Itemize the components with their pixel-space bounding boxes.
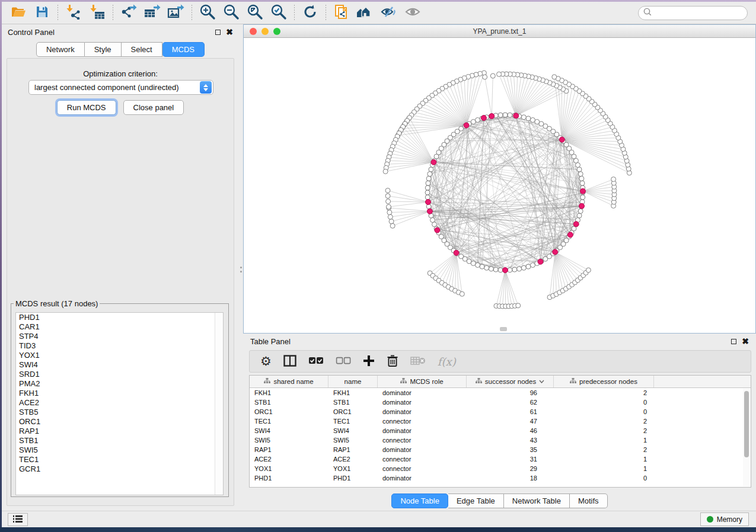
tab-network-table[interactable]: Network Table (504, 493, 570, 508)
graph-node[interactable] (497, 72, 502, 76)
graph-node[interactable] (577, 213, 582, 218)
mcds-node-item[interactable]: PHD1 (16, 313, 223, 322)
tab-node-table[interactable]: Node Table (391, 493, 448, 508)
table-row[interactable]: ACE2ACE2connector311 (250, 454, 751, 464)
vertical-splitter[interactable] (239, 24, 243, 511)
graph-node[interactable] (386, 199, 391, 204)
graph-node[interactable] (577, 167, 582, 172)
graph-node[interactable] (552, 75, 557, 79)
graph-node[interactable] (490, 73, 495, 78)
close-table-panel-icon[interactable]: ✖ (742, 338, 749, 344)
table-row[interactable]: ORC1ORC1dominator610 (250, 407, 751, 416)
mcds-hub-node[interactable] (503, 268, 508, 273)
graph-node[interactable] (389, 219, 394, 224)
run-mcds-button[interactable]: Run MCDS (57, 100, 116, 115)
graph-node[interactable] (530, 262, 535, 267)
mcds-hub-node[interactable] (553, 249, 558, 255)
table-row[interactable]: SWI4SWI4dominator462 (250, 426, 751, 435)
graph-node[interactable] (512, 267, 517, 272)
zoom-out-button[interactable] (219, 4, 243, 23)
tab-network[interactable]: Network (36, 42, 85, 57)
graph-node[interactable] (426, 181, 430, 185)
export-table-button[interactable] (141, 4, 164, 23)
mcds-hub-node[interactable] (425, 199, 430, 204)
mcds-node-item[interactable]: STB5 (16, 408, 223, 417)
mcds-node-item[interactable]: SRD1 (16, 370, 223, 379)
graph-node[interactable] (425, 195, 430, 200)
table-row[interactable]: PHD1PHD1dominator180 (250, 473, 751, 483)
mcds-hub-node[interactable] (580, 188, 585, 194)
graph-node[interactable] (425, 185, 430, 190)
graph-node[interactable] (579, 176, 584, 181)
graph-node[interactable] (580, 181, 585, 185)
mcds-node-item[interactable]: SWI4 (16, 360, 223, 370)
deselect-all-button[interactable] (336, 352, 351, 370)
graph-node[interactable] (385, 188, 390, 193)
node-table[interactable]: shared namenameMCDS rolesuccessor nodesp… (249, 375, 751, 488)
graph-node[interactable] (535, 120, 540, 124)
mcds-hub-node[interactable] (435, 227, 440, 233)
table-scrollbar[interactable] (743, 389, 750, 486)
graph-node[interactable] (388, 214, 393, 219)
mcds-hub-node[interactable] (538, 259, 543, 264)
table-row[interactable]: SWI5SWI5connector431 (250, 435, 751, 445)
mcds-node-item[interactable]: SWI5 (16, 446, 223, 455)
export-network-button[interactable] (117, 4, 141, 23)
graph-node[interactable] (425, 190, 430, 195)
column-header-name[interactable]: name (328, 376, 378, 387)
mcds-node-item[interactable]: TEC1 (16, 455, 223, 464)
graph-node[interactable] (503, 113, 508, 117)
import-network-button[interactable] (62, 4, 85, 23)
network-titlebar[interactable]: YPA_prune.txt_1 (244, 25, 755, 38)
memory-button[interactable]: Memory (700, 512, 749, 526)
mcds-hub-node[interactable] (573, 222, 579, 227)
graph-node[interactable] (578, 172, 583, 177)
column-header-predecessor-nodes[interactable]: predecessor nodes (554, 376, 654, 387)
network-canvas[interactable] (244, 38, 755, 333)
table-row[interactable]: STB1STB1dominator620 (250, 398, 751, 407)
graph-node[interactable] (476, 262, 480, 267)
tab-edge-table[interactable]: Edge Table (448, 493, 504, 508)
mcds-hub-node[interactable] (431, 159, 436, 165)
graph-node[interactable] (516, 303, 521, 308)
mcds-hub-node[interactable] (464, 123, 469, 128)
graph-node[interactable] (526, 264, 531, 269)
mcds-node-item[interactable]: STB1 (16, 436, 223, 446)
table-scrollbar-thumb[interactable] (744, 391, 749, 457)
table-row[interactable]: FKH1FKH1dominator962 (250, 388, 751, 398)
graph-node[interactable] (498, 268, 503, 273)
mcds-hub-node[interactable] (579, 203, 585, 209)
first-neighbors-button[interactable] (353, 4, 377, 23)
open-session-button[interactable] (7, 4, 30, 23)
mcds-hub-node[interactable] (559, 137, 564, 142)
column-header-successor-nodes[interactable]: successor nodes (467, 376, 554, 387)
show-all-button[interactable] (401, 4, 425, 23)
graph-node[interactable] (508, 268, 512, 273)
mcds-node-item[interactable]: ORC1 (16, 417, 223, 427)
add-column-button[interactable] (363, 352, 375, 370)
graph-node[interactable] (471, 261, 476, 265)
column-header-shared-name[interactable]: shared name (250, 376, 328, 387)
graph-node[interactable] (480, 264, 484, 269)
graph-node[interactable] (483, 75, 487, 79)
zoom-in-button[interactable] (196, 4, 219, 23)
float-table-panel-icon[interactable] (731, 339, 736, 344)
mcds-hub-node[interactable] (489, 113, 495, 118)
graph-node[interactable] (430, 217, 435, 222)
network-graph[interactable] (244, 38, 755, 333)
graph-node[interactable] (530, 118, 535, 123)
mcds-result-list[interactable]: PHD1CAR1STP4TID3YOX1SWI4SRD1PMA2FKH1ACE2… (15, 312, 224, 495)
mcds-hub-node[interactable] (454, 250, 459, 255)
graph-node[interactable] (387, 210, 392, 215)
mcds-hub-node[interactable] (481, 116, 486, 121)
table-row[interactable]: RAP1RAP1dominator352 (250, 445, 751, 454)
mcds-hub-node[interactable] (427, 209, 432, 214)
graph-node[interactable] (385, 194, 390, 198)
mcds-hub-node[interactable] (513, 113, 519, 118)
graph-node[interactable] (508, 113, 512, 117)
mcds-hub-node[interactable] (567, 232, 573, 238)
table-settings-button[interactable]: ⚙ (260, 352, 272, 370)
mcds-node-item[interactable]: STP4 (16, 332, 223, 341)
mcds-node-item[interactable]: ACE2 (16, 398, 223, 408)
mcds-node-item[interactable]: CAR1 (16, 322, 223, 332)
